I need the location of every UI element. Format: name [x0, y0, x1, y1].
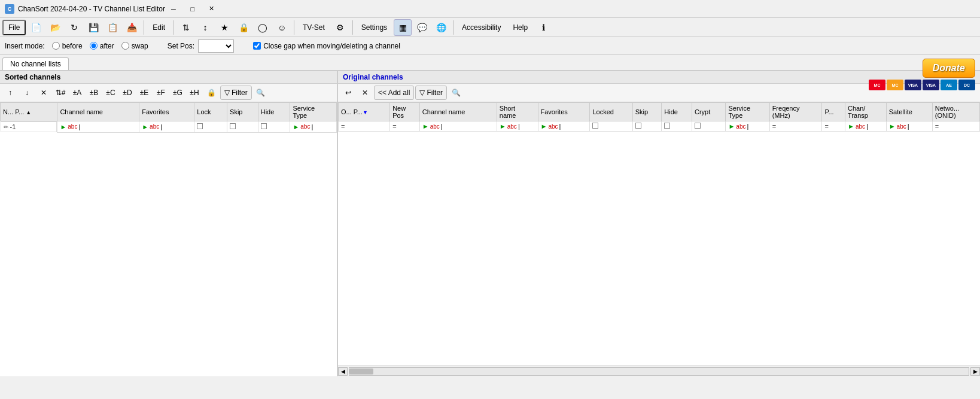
after-label[interactable]: after [100, 42, 114, 50]
new-file-button[interactable]: 📄 [27, 19, 45, 36]
close-gap-label[interactable]: Close gap when moving/deleting a channel [263, 42, 400, 50]
orig-col-short-name[interactable]: Shortname [497, 103, 538, 121]
fav-e-button[interactable]: ±E [136, 86, 152, 100]
orig-col-pos[interactable]: O... P...▼ [339, 103, 390, 121]
scroll-right-button[interactable]: ▶ [970, 367, 980, 376]
minimize-button[interactable]: ─ [165, 2, 182, 16]
info-button[interactable]: ℹ [534, 19, 552, 36]
ae-icon: AE [941, 80, 957, 90]
sorted-channel-name-icon: ► abc | [60, 123, 80, 130]
setpos-select[interactable] [198, 39, 234, 53]
setpos-group: Set Pos: [168, 39, 234, 53]
orig-col-frequency[interactable]: Freqency(MHz) [769, 103, 822, 121]
insert-mode-label: Insert mode: [5, 42, 45, 50]
swap-radio[interactable] [121, 42, 129, 50]
sorted-col-lock[interactable]: Lock [194, 103, 227, 121]
sorted-col-favorites[interactable]: Favorites [139, 103, 194, 121]
donate-button[interactable]: Donate [923, 59, 975, 78]
scroll-left-button[interactable]: ◀ [338, 367, 348, 376]
tv-set-button[interactable]: TV-Set [297, 19, 330, 36]
refresh-button[interactable]: ↻ [65, 19, 83, 36]
orig-col-service-type[interactable]: ServiceType [726, 103, 769, 121]
sorted-col-num[interactable]: N... P...▲ [1, 103, 57, 121]
fav-d-button[interactable]: ±D [120, 86, 135, 100]
sorted-col-skip[interactable]: Skip [227, 103, 258, 121]
after-radio[interactable] [90, 42, 98, 50]
before-label[interactable]: before [62, 42, 83, 50]
move-down-button[interactable]: ↓ [19, 86, 35, 100]
globe-button[interactable]: 🌐 [432, 19, 450, 36]
open-button[interactable]: 📂 [46, 19, 64, 36]
orig-col-locked[interactable]: Locked [590, 103, 632, 121]
settings-button[interactable]: Settings [356, 19, 392, 36]
search-right-button[interactable]: 🔍 [448, 86, 464, 100]
menu-file[interactable]: File [2, 20, 26, 35]
orig-col-chan-transp[interactable]: Chan/Transp [845, 103, 887, 121]
favorites-button[interactable]: ★ [215, 19, 233, 36]
fav-f-button[interactable]: ±F [153, 86, 169, 100]
orig-col-skip[interactable]: Skip [632, 103, 662, 121]
insertbar: Insert mode: before after swap Set Pos: … [0, 37, 980, 55]
orig-crypt-sq [695, 123, 701, 129]
sort-button[interactable]: ⇅ [177, 19, 195, 36]
save-button[interactable]: 💾 [84, 19, 102, 36]
search-left-button[interactable]: 🔍 [253, 86, 269, 100]
sort-num-button[interactable]: ⇅# [53, 86, 68, 100]
accessibility-button[interactable]: Accessibility [456, 19, 506, 36]
remove-right-button[interactable]: ✕ [357, 86, 373, 100]
face-button[interactable]: ☺ [273, 19, 291, 36]
sep2 [174, 20, 174, 35]
close-gap-checkbox[interactable] [253, 42, 261, 50]
horizontal-scrollbar[interactable] [349, 367, 969, 376]
maximize-button[interactable]: □ [184, 2, 201, 16]
layout-button[interactable]: ▦ [394, 19, 412, 36]
sort2-button[interactable]: ↕ [196, 19, 214, 36]
edit-menu-button[interactable]: Edit [147, 19, 171, 36]
sorted-cell-hide [258, 121, 290, 133]
load-from-tv-button[interactable]: 📥 [123, 19, 141, 36]
orig-col-crypt[interactable]: Crypt [692, 103, 726, 121]
orig-cell-skip [632, 121, 662, 132]
filter-right-button[interactable]: ▽ Filter [415, 86, 447, 100]
filter-left-button[interactable]: ▽ Filter [220, 86, 252, 100]
close-button[interactable]: ✕ [203, 2, 220, 16]
lock-button[interactable]: 🔒 [235, 19, 252, 36]
sorted-col-hide[interactable]: Hide [258, 103, 290, 121]
orig-col-hide[interactable]: Hide [662, 103, 692, 121]
sorted-col-channel-name[interactable]: Channel name [57, 103, 139, 121]
fav-h-button[interactable]: ±H [187, 86, 202, 100]
chat-button[interactable]: 💬 [413, 19, 431, 36]
orig-col-network[interactable]: Netwo...(ONID) [932, 103, 979, 121]
orig-col-p[interactable]: P... [822, 103, 845, 121]
plugin-button[interactable]: ⚙ [331, 19, 349, 36]
remove-button[interactable]: ✕ [36, 86, 51, 100]
fav-b-button[interactable]: ±B [86, 86, 102, 100]
sorted-col-service-type[interactable]: ServiceType [290, 103, 337, 121]
circle-button[interactable]: ◯ [254, 19, 272, 36]
swap-label[interactable]: swap [132, 42, 148, 50]
orig-row[interactable]: = = ► abc | ► abc [339, 121, 980, 132]
add-all-button[interactable]: << Add all [374, 86, 414, 100]
fav-a-button[interactable]: ±A [69, 86, 85, 100]
help-button[interactable]: Help [507, 19, 533, 36]
orig-col-favorites[interactable]: Favorites [538, 103, 590, 121]
fav-g-button[interactable]: ±G [170, 86, 185, 100]
save-as-button[interactable]: 📋 [104, 19, 121, 36]
orig-col-channel-name[interactable]: Channel name [419, 103, 497, 121]
orig-cell-locked [590, 121, 632, 132]
funnel-icon: ▽ [224, 89, 230, 97]
orig-short-abc: abc [507, 123, 517, 130]
lock-sorted-button[interactable]: 🔒 [203, 86, 219, 100]
before-radio[interactable] [52, 42, 60, 50]
no-channel-lists-tab[interactable]: No channel lists [2, 57, 69, 70]
orig-col-new-pos[interactable]: NewPos [390, 103, 420, 121]
orig-cell-satellite: ► abc | [886, 121, 932, 132]
move-up-button[interactable]: ↑ [2, 86, 18, 100]
orig-cell-channel-name: ► abc | [419, 121, 497, 132]
orig-col-satellite[interactable]: Satellite [886, 103, 932, 121]
sorted-row[interactable]: ✏ -1 ► abc | ► [1, 121, 337, 133]
sorted-fav-icon: ► abc | [142, 123, 162, 130]
tab-bar: No channel lists [0, 55, 980, 71]
undo-button[interactable]: ↩ [340, 86, 356, 100]
fav-c-button[interactable]: ±C [103, 86, 118, 100]
